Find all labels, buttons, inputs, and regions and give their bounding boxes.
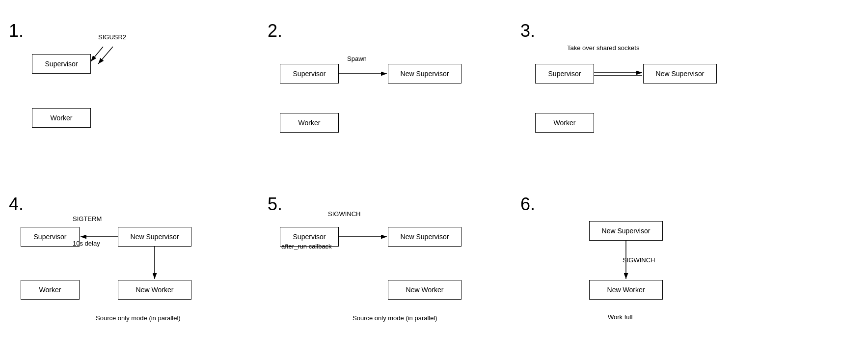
svg-line-1: [98, 47, 113, 64]
step5-source-label: Source only mode (in parallel): [353, 314, 437, 322]
step3-new-supervisor-box: New Supervisor: [643, 64, 717, 83]
step2-spawn-label: Spawn: [347, 55, 367, 62]
step4-supervisor-box: Supervisor: [21, 227, 80, 247]
step-1-number: 1.: [9, 21, 24, 41]
step-6-number: 6.: [520, 194, 535, 215]
step5-new-worker-box: New Worker: [388, 280, 461, 300]
arrows-svg: [0, 0, 868, 361]
step6-new-worker-label: New Worker: [607, 286, 645, 294]
step6-new-worker-box: New Worker: [589, 280, 663, 300]
step-4-number: 4.: [9, 194, 24, 215]
step3-takeover-label: Take over shared sockets: [567, 44, 639, 52]
step3-new-supervisor-label: New Supervisor: [656, 70, 705, 78]
step1-supervisor-box: Supervisor: [32, 54, 91, 74]
step2-supervisor-box: Supervisor: [280, 64, 339, 83]
step6-new-supervisor-box: New Supervisor: [589, 221, 663, 241]
step4-worker-box: Worker: [21, 280, 80, 300]
step2-worker-label: Worker: [298, 119, 321, 127]
step3-supervisor-label: Supervisor: [548, 70, 581, 78]
step3-worker-box: Worker: [535, 113, 594, 133]
step-2-number: 2.: [268, 21, 282, 41]
step1-supervisor-label: Supervisor: [45, 60, 78, 68]
step4-worker-label: Worker: [39, 286, 61, 294]
step4-source-label: Source only mode (in parallel): [96, 314, 181, 322]
step2-new-supervisor-label: New Supervisor: [401, 70, 449, 78]
step4-delay-label: 10s delay: [73, 240, 100, 247]
step3-worker-label: Worker: [554, 119, 576, 127]
step-5-number: 5.: [268, 194, 282, 215]
step3-supervisor-box: Supervisor: [535, 64, 594, 83]
step4-new-worker-box: New Worker: [118, 280, 191, 300]
diagram-container: 1. Supervisor Worker SIGUSR2 2. Supervis…: [0, 0, 868, 361]
step5-sigwinch-label: SIGWINCH: [328, 210, 360, 218]
step1-worker-label: Worker: [51, 114, 73, 122]
step4-new-supervisor-label: New Supervisor: [131, 233, 179, 241]
step4-sigterm-label: SIGTERM: [73, 215, 102, 222]
step4-new-worker-label: New Worker: [136, 286, 174, 294]
step5-new-supervisor-label: New Supervisor: [401, 233, 449, 241]
svg-line-0: [91, 47, 103, 61]
step2-worker-box: Worker: [280, 113, 339, 133]
step1-worker-box: Worker: [32, 108, 91, 128]
step5-new-worker-label: New Worker: [406, 286, 444, 294]
step5-callback-label: after_run callback: [281, 243, 332, 250]
step6-new-supervisor-label: New Supervisor: [602, 227, 651, 235]
step4-supervisor-label: Supervisor: [34, 233, 67, 241]
step2-supervisor-label: Supervisor: [293, 70, 326, 78]
step2-new-supervisor-box: New Supervisor: [388, 64, 461, 83]
step4-new-supervisor-box: New Supervisor: [118, 227, 191, 247]
step1-sigusr2-label: SIGUSR2: [98, 33, 126, 41]
step5-supervisor-label: Supervisor: [293, 233, 326, 241]
step5-new-supervisor-box: New Supervisor: [388, 227, 461, 247]
step6-workfull-label: Work full: [608, 313, 632, 321]
step6-sigwinch-label: SIGWINCH: [623, 256, 655, 264]
step-3-number: 3.: [520, 21, 535, 41]
